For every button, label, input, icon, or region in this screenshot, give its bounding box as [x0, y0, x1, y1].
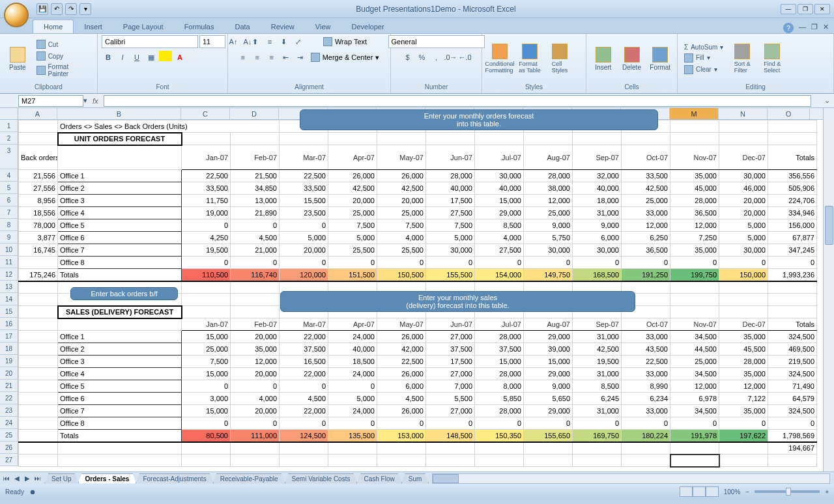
cell[interactable]: 7,500 [182, 356, 231, 368]
cell[interactable]: 8,000 [475, 380, 524, 393]
cell[interactable]: 5,000 [426, 232, 475, 244]
cell[interactable]: 29,000 [524, 331, 573, 343]
cell[interactable]: 37,500 [280, 343, 328, 356]
cell[interactable] [426, 133, 475, 145]
cell[interactable]: May-07 [377, 145, 426, 170]
cell[interactable]: 40,000 [426, 182, 475, 195]
cell[interactable]: 28,000 [670, 195, 719, 207]
page-layout-view-icon[interactable] [693, 486, 706, 497]
cell[interactable]: 116,740 [231, 269, 280, 281]
cell[interactable]: 25,500 [377, 244, 426, 257]
underline-button[interactable]: U [130, 51, 143, 64]
cell[interactable]: 31,000 [573, 405, 622, 417]
cell[interactable]: 4,500 [280, 393, 328, 405]
cell[interactable]: 25,000 [670, 356, 719, 368]
cell[interactable]: 64,579 [768, 393, 817, 405]
cell[interactable]: 0 [573, 257, 622, 269]
cell[interactable]: 12,000 [670, 380, 719, 393]
cell[interactable]: 9,000 [524, 219, 573, 232]
row-header-13[interactable]: 13 [0, 281, 18, 293]
row-header-15[interactable]: 15 [0, 305, 18, 318]
cell[interactable]: UNIT ORDERS FORECAST [58, 133, 182, 145]
cell[interactable]: 17,500 [426, 195, 475, 207]
cell[interactable] [19, 281, 58, 294]
cell[interactable]: 3,000 [182, 393, 231, 405]
cell[interactable] [280, 442, 328, 455]
cell[interactable]: 135,500 [328, 430, 377, 442]
cell[interactable] [231, 442, 280, 455]
cell[interactable]: 28,000 [475, 368, 524, 380]
cell[interactable] [19, 430, 58, 442]
row-header-7[interactable]: 7 [0, 206, 18, 219]
tab-insert[interactable]: Insert [74, 20, 113, 33]
row-header-6[interactable]: 6 [0, 194, 18, 206]
fill-color-button[interactable] [159, 51, 172, 61]
row-header-12[interactable]: 12 [0, 268, 18, 281]
cell[interactable]: 27,000 [426, 368, 475, 380]
cell[interactable] [182, 306, 231, 318]
cell[interactable]: 12,000 [670, 219, 719, 232]
cell[interactable]: 27,000 [426, 331, 475, 343]
cell[interactable] [328, 133, 377, 145]
sheet-tab-set-up[interactable]: Set Up [44, 473, 79, 484]
cell[interactable]: 199,750 [670, 269, 719, 281]
orientation-icon[interactable]: ⤢ [292, 35, 305, 48]
cell[interactable] [280, 455, 328, 467]
paste-button[interactable]: Paste [4, 47, 31, 71]
cell[interactable]: 0 [670, 417, 719, 430]
cell[interactable]: 42,500 [573, 343, 622, 356]
cell[interactable] [377, 133, 426, 145]
cell[interactable] [19, 393, 58, 405]
tab-developer[interactable]: Developer [341, 20, 394, 33]
cell[interactable] [475, 133, 524, 145]
cell[interactable]: 0 [719, 257, 768, 269]
hscroll-thumb[interactable] [433, 474, 459, 483]
italic-button[interactable]: I [116, 51, 129, 64]
cell[interactable]: May-07 [377, 318, 426, 331]
cell[interactable]: Oct-07 [622, 318, 670, 331]
cell[interactable]: 0 [377, 257, 426, 269]
cell[interactable]: 1,993,236 [768, 269, 817, 281]
cell[interactable]: Office 4 [58, 207, 182, 219]
cell[interactable]: 12,000 [231, 356, 280, 368]
cell[interactable]: 17,500 [426, 356, 475, 368]
qat-redo-icon[interactable]: ↷ [65, 3, 77, 15]
cell[interactable] [426, 442, 475, 455]
row-header-16[interactable]: 16 [0, 318, 18, 330]
cell[interactable] [19, 133, 58, 145]
cell[interactable]: 6,234 [622, 393, 670, 405]
cell[interactable] [719, 455, 768, 467]
cell[interactable]: Jun-07 [426, 318, 475, 331]
column-header-B[interactable]: B [57, 108, 181, 119]
cell[interactable]: 20,000 [280, 244, 328, 257]
autosum-button[interactable]: Σ AutoSum ▾ [682, 43, 726, 51]
cell[interactable]: 22,000 [280, 331, 328, 343]
cell[interactable]: Office 3 [58, 356, 182, 368]
cell[interactable]: 30,000 [719, 244, 768, 257]
cell[interactable]: 20,000 [719, 195, 768, 207]
cell[interactable]: 0 [768, 257, 817, 269]
cell[interactable]: 12,000 [719, 380, 768, 393]
cell[interactable]: 0 [231, 219, 280, 232]
row-header-4[interactable]: 4 [0, 169, 18, 182]
minimize-button[interactable]: — [781, 4, 796, 14]
cell[interactable]: 5,000 [280, 232, 328, 244]
cell[interactable] [719, 133, 768, 145]
cell[interactable] [58, 455, 182, 467]
cell[interactable]: 18,000 [573, 195, 622, 207]
maximize-button[interactable]: ❐ [798, 4, 813, 14]
cell[interactable]: Apr-07 [328, 318, 377, 331]
cell[interactable]: 0 [670, 257, 719, 269]
cell[interactable]: 40,000 [328, 343, 377, 356]
column-header-D[interactable]: D [230, 108, 279, 119]
cell[interactable]: 7,000 [426, 380, 475, 393]
cell[interactable]: 324,500 [768, 331, 817, 343]
cell[interactable]: Totals [58, 269, 182, 281]
cell[interactable] [19, 442, 58, 455]
cell[interactable]: 0 [768, 417, 817, 430]
cell[interactable] [182, 281, 231, 294]
cell[interactable]: 5,000 [719, 232, 768, 244]
cell[interactable]: 4,000 [231, 393, 280, 405]
cell[interactable]: 154,000 [475, 269, 524, 281]
cell[interactable]: 0 [475, 257, 524, 269]
